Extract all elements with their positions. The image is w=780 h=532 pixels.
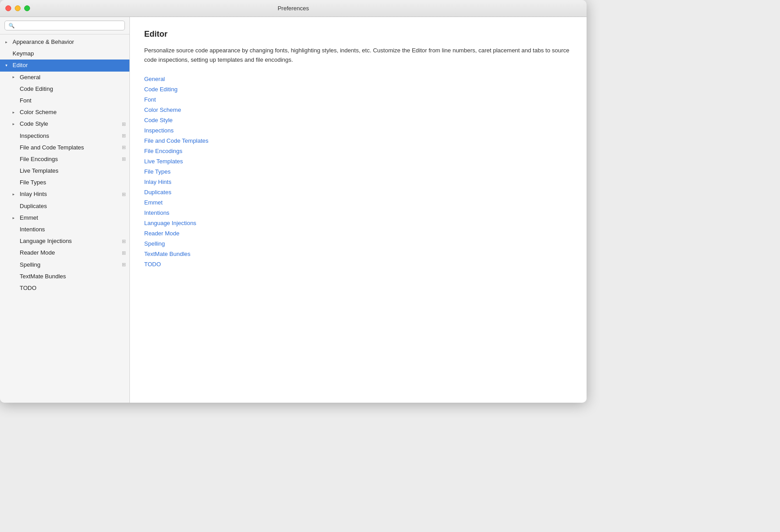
sidebar-item-label: TextMate Bundles xyxy=(20,272,126,281)
sidebar-item-label: Emmet xyxy=(20,214,126,222)
search-wrapper[interactable]: 🔍 xyxy=(4,21,125,30)
chevron-right-icon: ▸ xyxy=(5,39,11,45)
titlebar: Preferences xyxy=(0,0,587,17)
settings-badge-icon: ⊞ xyxy=(122,191,126,198)
sidebar-item-label: Reader Mode xyxy=(20,249,120,257)
content-link-file-encodings[interactable]: File Encodings xyxy=(144,148,572,154)
sidebar-item-label: Font xyxy=(20,97,126,105)
sidebar-item-file-code-templates[interactable]: File and Code Templates⊞ xyxy=(0,142,129,153)
content-link-inlay-hints[interactable]: Inlay Hints xyxy=(144,179,572,185)
settings-badge-icon: ⊞ xyxy=(122,132,126,139)
sidebar-item-label: Live Templates xyxy=(20,167,126,175)
content-link-file-types[interactable]: File Types xyxy=(144,168,572,175)
content-link-emmet[interactable]: Emmet xyxy=(144,199,572,206)
sidebar-item-appearance[interactable]: ▸Appearance & Behavior xyxy=(0,36,129,48)
sidebar-item-color-scheme[interactable]: ▸Color Scheme xyxy=(0,106,129,118)
search-bar: 🔍 xyxy=(0,17,129,34)
sidebar-tree: ▸Appearance & BehaviorKeymap▾Editor▸Gene… xyxy=(0,34,129,403)
content-link-todo[interactable]: TODO xyxy=(144,261,572,268)
sidebar-item-label: Inlay Hints xyxy=(20,190,120,198)
close-button[interactable] xyxy=(5,5,11,11)
content-link-reader-mode[interactable]: Reader Mode xyxy=(144,230,572,237)
sidebar-item-label: General xyxy=(20,73,126,81)
sidebar-item-file-types[interactable]: File Types xyxy=(0,177,129,188)
content-link-code-editing[interactable]: Code Editing xyxy=(144,86,572,93)
sidebar-item-code-style[interactable]: ▸Code Style⊞ xyxy=(0,118,129,130)
content-link-intentions[interactable]: Intentions xyxy=(144,209,572,216)
content-link-file-and-code-templates[interactable]: File and Code Templates xyxy=(144,137,572,144)
sidebar-item-label: Intentions xyxy=(20,226,126,234)
chevron-right-icon: ▸ xyxy=(13,74,18,80)
settings-badge-icon: ⊞ xyxy=(122,121,126,128)
content-link-general[interactable]: General xyxy=(144,76,572,82)
search-icon: 🔍 xyxy=(9,23,15,29)
chevron-right-icon: ▸ xyxy=(13,192,18,197)
sidebar-item-label: TODO xyxy=(20,284,126,292)
window-title: Preferences xyxy=(278,5,309,12)
sidebar-item-label: Spelling xyxy=(20,261,120,269)
chevron-right-icon: ▸ xyxy=(13,110,18,115)
content-link-code-style[interactable]: Code Style xyxy=(144,117,572,123)
sidebar-item-label: Keymap xyxy=(13,50,126,58)
sidebar-item-label: Code Editing xyxy=(20,85,126,93)
minimize-button[interactable] xyxy=(15,5,21,11)
sidebar-item-live-templates[interactable]: Live Templates xyxy=(0,165,129,177)
sidebar-item-font[interactable]: Font xyxy=(0,95,129,106)
sidebar-item-label: Code Style xyxy=(20,120,120,128)
sidebar-item-label: Duplicates xyxy=(20,202,126,210)
settings-badge-icon: ⊞ xyxy=(122,144,126,151)
content-link-textmate-bundles[interactable]: TextMate Bundles xyxy=(144,251,572,257)
sidebar-item-textmate-bundles[interactable]: TextMate Bundles xyxy=(0,271,129,282)
sidebar-item-editor[interactable]: ▾Editor xyxy=(0,60,129,71)
chevron-right-icon: ▸ xyxy=(13,215,18,221)
content-link-duplicates[interactable]: Duplicates xyxy=(144,189,572,196)
content-link-font[interactable]: Font xyxy=(144,96,572,103)
content-link-live-templates[interactable]: Live Templates xyxy=(144,158,572,165)
sidebar-item-inspections[interactable]: Inspections⊞ xyxy=(0,130,129,142)
search-input[interactable] xyxy=(17,22,121,29)
settings-badge-icon: ⊞ xyxy=(122,238,126,245)
sidebar-item-duplicates[interactable]: Duplicates xyxy=(0,200,129,212)
sidebar-item-spelling[interactable]: Spelling⊞ xyxy=(0,259,129,271)
page-description: Personalize source code appearance by ch… xyxy=(144,46,572,65)
content-links: GeneralCode EditingFontColor SchemeCode … xyxy=(144,76,572,268)
sidebar-item-label: Language Injections xyxy=(20,237,120,245)
maximize-button[interactable] xyxy=(24,5,30,11)
sidebar-item-general[interactable]: ▸General xyxy=(0,72,129,83)
sidebar-item-file-encodings[interactable]: File Encodings⊞ xyxy=(0,153,129,165)
sidebar-item-code-editing[interactable]: Code Editing xyxy=(0,83,129,95)
content-link-color-scheme[interactable]: Color Scheme xyxy=(144,106,572,113)
sidebar-item-language-injections[interactable]: Language Injections⊞ xyxy=(0,235,129,247)
sidebar-item-reader-mode[interactable]: Reader Mode⊞ xyxy=(0,247,129,259)
sidebar-item-keymap[interactable]: Keymap xyxy=(0,48,129,60)
sidebar-item-intentions[interactable]: Intentions xyxy=(0,224,129,235)
sidebar-item-label: File and Code Templates xyxy=(20,144,120,152)
settings-badge-icon: ⊞ xyxy=(122,156,126,162)
sidebar-item-label: Appearance & Behavior xyxy=(13,38,126,46)
main-layout: 🔍 ▸Appearance & BehaviorKeymap▾Editor▸Ge… xyxy=(0,17,587,403)
sidebar-item-todo[interactable]: TODO xyxy=(0,282,129,294)
sidebar-item-label: File Types xyxy=(20,179,126,187)
sidebar-item-inlay-hints[interactable]: ▸Inlay Hints⊞ xyxy=(0,188,129,200)
sidebar-item-emmet[interactable]: ▸Emmet xyxy=(0,212,129,224)
chevron-right-icon: ▾ xyxy=(5,63,11,68)
content-link-inspections[interactable]: Inspections xyxy=(144,127,572,134)
sidebar: 🔍 ▸Appearance & BehaviorKeymap▾Editor▸Ge… xyxy=(0,17,130,403)
page-title: Editor xyxy=(144,30,572,39)
content-link-language-injections[interactable]: Language Injections xyxy=(144,220,572,226)
sidebar-item-label: Editor xyxy=(13,61,126,69)
window-controls xyxy=(5,5,30,11)
sidebar-item-label: Inspections xyxy=(20,132,120,140)
content-area: Editor Personalize source code appearanc… xyxy=(130,17,587,403)
sidebar-item-label: File Encodings xyxy=(20,155,120,163)
content-link-spelling[interactable]: Spelling xyxy=(144,240,572,247)
sidebar-item-label: Color Scheme xyxy=(20,108,126,116)
settings-badge-icon: ⊞ xyxy=(122,261,126,268)
chevron-right-icon: ▸ xyxy=(13,121,18,127)
settings-badge-icon: ⊞ xyxy=(122,250,126,256)
